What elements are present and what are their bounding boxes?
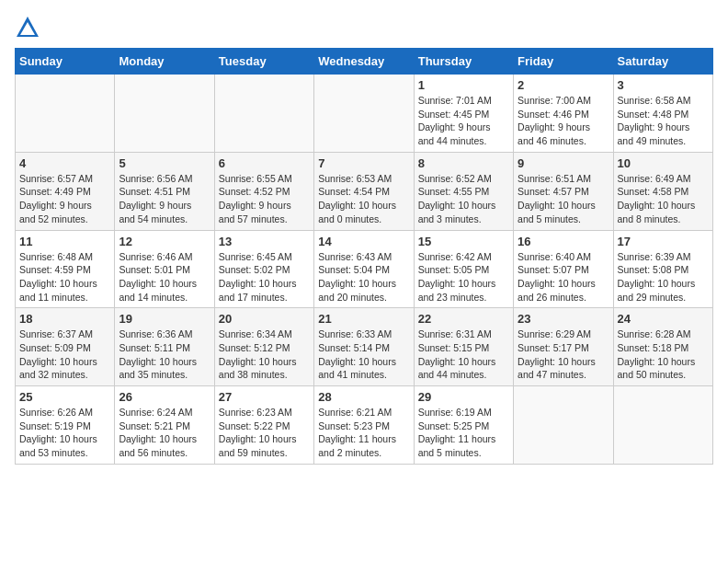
calendar-cell [514, 386, 613, 465]
day-info: Sunrise: 6:55 AMSunset: 4:52 PMDaylight:… [219, 172, 310, 226]
day-number: 21 [318, 312, 409, 326]
day-info: Sunrise: 6:51 AMSunset: 4:57 PMDaylight:… [518, 172, 609, 226]
calendar-cell: 25Sunrise: 6:26 AMSunset: 5:19 PMDayligh… [16, 386, 115, 465]
calendar-week-3: 11Sunrise: 6:48 AMSunset: 4:59 PMDayligh… [16, 230, 713, 308]
logo-icon [15, 15, 40, 40]
logo [15, 15, 44, 40]
day-number: 28 [318, 390, 409, 404]
day-number: 15 [418, 235, 509, 248]
day-number: 5 [119, 156, 210, 170]
day-info: Sunrise: 6:49 AMSunset: 4:58 PMDaylight:… [618, 172, 709, 226]
calendar-cell: 17Sunrise: 6:39 AMSunset: 5:08 PMDayligh… [613, 230, 712, 308]
day-number: 12 [119, 235, 210, 248]
day-info: Sunrise: 6:28 AMSunset: 5:18 PMDaylight:… [618, 327, 709, 382]
day-info: Sunrise: 6:39 AMSunset: 5:08 PMDaylight:… [618, 250, 709, 304]
header-thursday: Thursday [414, 49, 513, 75]
calendar-week-1: 1Sunrise: 7:01 AMSunset: 4:45 PMDaylight… [16, 75, 713, 153]
day-number: 11 [19, 235, 110, 248]
header-friday: Friday [514, 49, 613, 75]
calendar-cell: 16Sunrise: 6:40 AMSunset: 5:07 PMDayligh… [514, 230, 613, 308]
day-info: Sunrise: 6:57 AMSunset: 4:49 PMDaylight:… [19, 172, 110, 226]
day-number: 19 [119, 312, 210, 326]
calendar-cell: 19Sunrise: 6:36 AMSunset: 5:11 PMDayligh… [115, 308, 214, 386]
calendar-cell: 13Sunrise: 6:45 AMSunset: 5:02 PMDayligh… [214, 230, 313, 308]
day-info: Sunrise: 6:42 AMSunset: 5:05 PMDaylight:… [418, 250, 509, 304]
calendar-cell [16, 75, 115, 153]
calendar-cell: 12Sunrise: 6:46 AMSunset: 5:01 PMDayligh… [115, 230, 214, 308]
calendar-cell: 6Sunrise: 6:55 AMSunset: 4:52 PMDaylight… [214, 152, 313, 230]
calendar-cell [613, 386, 712, 465]
day-info: Sunrise: 6:21 AMSunset: 5:23 PMDaylight:… [318, 406, 409, 460]
calendar-cell [314, 75, 414, 153]
day-info: Sunrise: 6:40 AMSunset: 5:07 PMDaylight:… [518, 250, 609, 304]
day-number: 7 [318, 156, 409, 170]
calendar-cell: 22Sunrise: 6:31 AMSunset: 5:15 PMDayligh… [414, 308, 513, 386]
calendar-cell: 29Sunrise: 6:19 AMSunset: 5:25 PMDayligh… [414, 386, 513, 465]
day-info: Sunrise: 7:01 AMSunset: 4:45 PMDaylight:… [418, 94, 509, 148]
calendar-cell [115, 75, 214, 153]
calendar-cell: 9Sunrise: 6:51 AMSunset: 4:57 PMDaylight… [514, 152, 613, 230]
day-info: Sunrise: 6:52 AMSunset: 4:55 PMDaylight:… [418, 172, 509, 226]
calendar-cell: 27Sunrise: 6:23 AMSunset: 5:22 PMDayligh… [214, 386, 313, 465]
day-number: 8 [418, 156, 509, 170]
day-info: Sunrise: 7:00 AMSunset: 4:46 PMDaylight:… [518, 94, 609, 148]
day-number: 9 [518, 156, 609, 170]
page-header [15, 15, 713, 40]
day-info: Sunrise: 6:36 AMSunset: 5:11 PMDaylight:… [119, 327, 210, 382]
calendar-week-4: 18Sunrise: 6:37 AMSunset: 5:09 PMDayligh… [16, 308, 713, 386]
day-number: 18 [19, 312, 110, 326]
calendar-cell: 4Sunrise: 6:57 AMSunset: 4:49 PMDaylight… [16, 152, 115, 230]
calendar-cell: 3Sunrise: 6:58 AMSunset: 4:48 PMDaylight… [613, 75, 712, 153]
day-number: 6 [219, 156, 310, 170]
calendar-cell: 24Sunrise: 6:28 AMSunset: 5:18 PMDayligh… [613, 308, 712, 386]
day-number: 1 [418, 78, 509, 92]
calendar-cell: 8Sunrise: 6:52 AMSunset: 4:55 PMDaylight… [414, 152, 513, 230]
day-number: 29 [418, 390, 509, 404]
calendar-cell: 21Sunrise: 6:33 AMSunset: 5:14 PMDayligh… [314, 308, 414, 386]
day-info: Sunrise: 6:23 AMSunset: 5:22 PMDaylight:… [219, 406, 310, 460]
calendar-table: SundayMondayTuesdayWednesdayThursdayFrid… [15, 48, 713, 465]
day-info: Sunrise: 6:34 AMSunset: 5:12 PMDaylight:… [219, 327, 310, 382]
calendar-header-row: SundayMondayTuesdayWednesdayThursdayFrid… [16, 49, 713, 75]
calendar-cell: 26Sunrise: 6:24 AMSunset: 5:21 PMDayligh… [115, 386, 214, 465]
day-number: 22 [418, 312, 509, 326]
day-info: Sunrise: 6:58 AMSunset: 4:48 PMDaylight:… [618, 94, 709, 148]
day-number: 24 [618, 312, 709, 326]
day-info: Sunrise: 6:33 AMSunset: 5:14 PMDaylight:… [318, 327, 409, 382]
calendar-cell: 28Sunrise: 6:21 AMSunset: 5:23 PMDayligh… [314, 386, 414, 465]
calendar-cell: 14Sunrise: 6:43 AMSunset: 5:04 PMDayligh… [314, 230, 414, 308]
day-number: 26 [119, 390, 210, 404]
day-number: 25 [19, 390, 110, 404]
calendar-cell [214, 75, 313, 153]
day-number: 16 [518, 235, 609, 248]
day-info: Sunrise: 6:24 AMSunset: 5:21 PMDaylight:… [119, 406, 210, 460]
day-number: 10 [618, 156, 709, 170]
day-number: 23 [518, 312, 609, 326]
calendar-cell: 2Sunrise: 7:00 AMSunset: 4:46 PMDaylight… [514, 75, 613, 153]
day-info: Sunrise: 6:53 AMSunset: 4:54 PMDaylight:… [318, 172, 409, 226]
day-info: Sunrise: 6:56 AMSunset: 4:51 PMDaylight:… [119, 172, 210, 226]
day-info: Sunrise: 6:37 AMSunset: 5:09 PMDaylight:… [19, 327, 110, 382]
day-info: Sunrise: 6:46 AMSunset: 5:01 PMDaylight:… [119, 250, 210, 304]
header-saturday: Saturday [613, 49, 712, 75]
day-number: 20 [219, 312, 310, 326]
calendar-cell: 11Sunrise: 6:48 AMSunset: 4:59 PMDayligh… [16, 230, 115, 308]
day-number: 3 [618, 78, 709, 92]
calendar-week-2: 4Sunrise: 6:57 AMSunset: 4:49 PMDaylight… [16, 152, 713, 230]
day-number: 2 [518, 78, 609, 92]
header-tuesday: Tuesday [214, 49, 313, 75]
day-info: Sunrise: 6:45 AMSunset: 5:02 PMDaylight:… [219, 250, 310, 304]
header-wednesday: Wednesday [314, 49, 414, 75]
calendar-cell: 5Sunrise: 6:56 AMSunset: 4:51 PMDaylight… [115, 152, 214, 230]
calendar-cell: 18Sunrise: 6:37 AMSunset: 5:09 PMDayligh… [16, 308, 115, 386]
day-info: Sunrise: 6:26 AMSunset: 5:19 PMDaylight:… [19, 406, 110, 460]
header-monday: Monday [115, 49, 214, 75]
calendar-cell: 7Sunrise: 6:53 AMSunset: 4:54 PMDaylight… [314, 152, 414, 230]
day-info: Sunrise: 6:19 AMSunset: 5:25 PMDaylight:… [418, 406, 509, 460]
day-number: 13 [219, 235, 310, 248]
day-number: 17 [618, 235, 709, 248]
calendar-cell: 20Sunrise: 6:34 AMSunset: 5:12 PMDayligh… [214, 308, 313, 386]
day-info: Sunrise: 6:31 AMSunset: 5:15 PMDaylight:… [418, 327, 509, 382]
calendar-cell: 15Sunrise: 6:42 AMSunset: 5:05 PMDayligh… [414, 230, 513, 308]
calendar-cell: 10Sunrise: 6:49 AMSunset: 4:58 PMDayligh… [613, 152, 712, 230]
